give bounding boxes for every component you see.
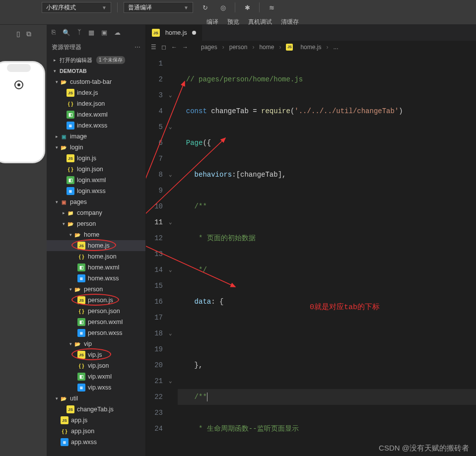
file-app-js[interactable]: JSapp.js [47,415,145,426]
code-content[interactable]: // pages/person/home/home.js const chang… [178,54,476,456]
folder-vip[interactable]: ▾📂vip [47,338,145,349]
unsaved-badge: 1 个未保存 [96,56,125,64]
folder-person-sub[interactable]: ▾📂person [47,284,145,295]
file-changetab-js[interactable]: JSchangeTab.js [47,404,145,415]
file-vip-json[interactable]: { }vip.json [47,360,145,371]
file-person-wxml[interactable]: ◧person.wxml [47,317,145,327]
file-home-wxml[interactable]: ◧home.wxml [47,262,145,273]
code-area[interactable]: 12345678 910111213141516 171819202122232… [146,54,476,456]
record-icon[interactable] [14,80,23,89]
file-person-js[interactable]: JSperson.js [47,295,145,306]
file-login-wxss[interactable]: ⧆login.wxss [47,186,145,196]
project-section[interactable]: ▾DEMOTAB [47,65,145,76]
file-index-json[interactable]: { }index.json [47,98,145,109]
file-index-js[interactable]: JSindex.js [47,87,145,98]
file-person-wxss[interactable]: ⧆person.wxss [47,327,145,338]
divider [117,2,118,12]
files-icon[interactable]: ⎘ [52,29,56,36]
file-person-json[interactable]: { }person.json [47,306,145,317]
file-index-wxss[interactable]: ⧆index.wxss [47,120,145,131]
folder-util[interactable]: ▾📂util [47,393,145,404]
layers-icon[interactable]: ≋ [266,2,277,13]
file-index-wxml[interactable]: ◧index.wxml [47,109,145,120]
bookmark-icon[interactable]: ◻ [161,44,166,51]
folder-image[interactable]: ▸▣image [47,131,145,142]
explorer-title: 资源管理器⋯ [47,40,145,55]
compile-mode-select[interactable]: 普通编译▼ [124,2,193,13]
file-vip-js[interactable]: JSvip.js [47,349,145,360]
file-login-js[interactable]: JSlogin.js [47,153,145,164]
explorer-sidebar: ⎘ 🔍 ᛉ ▦ ▣ ☁ 资源管理器⋯ ▸打开的编辑器 1 个未保存 ▾DEMOT… [47,25,146,456]
unsaved-dot-icon [192,31,196,35]
grid-icon[interactable]: ▦ [88,29,94,36]
list-icon[interactable]: ☰ [151,44,156,51]
file-app-wxss[interactable]: ⧆app.wxss [47,437,145,448]
folder-login[interactable]: ▾📂login [47,142,145,153]
branch-icon[interactable]: ᛉ [77,29,81,36]
back-icon[interactable]: ← [171,44,177,51]
phone-icon[interactable]: ▯ [16,30,20,38]
simulator-frame [0,63,44,162]
simulator-dock: ▯ ⧉ [0,25,47,456]
folder-company[interactable]: ▸📁company [47,207,145,218]
line-gutter: 12345678 910111213141516 171819202122232… [146,54,169,456]
file-home-wxss[interactable]: ⧆home.wxss [47,273,145,284]
folder-pages[interactable]: ▾▣pages [47,196,145,207]
tab-home-js[interactable]: JS home.js [146,25,203,41]
refresh-icon[interactable]: ↻ [199,2,211,13]
fold-gutter[interactable]: ⌄⌄⌄ ⌄⌄ ⌄⌄ [169,54,178,456]
file-login-wxml[interactable]: ◧login.wxml [47,175,145,186]
file-home-js[interactable]: JShome.js [47,240,145,251]
divider [235,2,235,12]
file-tree: ▾📂custom-tab-bar JSindex.js { }index.jso… [47,76,145,456]
top-toolbar: 小程序模式▼ 普通编译▼ ↻ ◎ ✱ ≋ 编译 预览 真机调试 清缓存 [0,0,476,25]
file-login-json[interactable]: { }login.json [47,164,145,175]
folder-home[interactable]: ▾📂home [47,229,145,240]
file-home-json[interactable]: { }home.json [47,251,145,262]
box-icon[interactable]: ▣ [101,29,107,36]
editor-tabs: JS home.js [146,25,476,41]
divider [259,2,260,12]
file-vip-wxml[interactable]: ◧vip.wxml [47,371,145,382]
js-icon: JS [152,29,160,37]
cloud-icon[interactable]: ☁ [114,29,121,36]
open-editors-section[interactable]: ▸打开的编辑器 1 个未保存 [47,55,145,65]
eye-icon[interactable]: ◎ [217,2,229,13]
file-vip-wxss[interactable]: ⧆vip.wxss [47,382,145,393]
tab-label: home.js [165,29,187,36]
folder-custom-tab-bar[interactable]: ▾📂custom-tab-bar [47,76,145,87]
tablet-icon[interactable]: ⧉ [26,30,31,38]
bug-icon[interactable]: ✱ [241,2,253,13]
forward-icon[interactable]: → [182,44,188,51]
search-icon[interactable]: 🔍 [63,29,70,36]
editor-pane: JS home.js ☰ ◻ ← → pages› person› home› … [146,25,476,456]
file-app-json[interactable]: { }app.json [47,426,145,437]
folder-person[interactable]: ▾📂person [47,218,145,229]
mode-select[interactable]: 小程序模式▼ [42,2,111,13]
js-icon: JS [286,44,293,51]
breadcrumb: ☰ ◻ ← → pages› person› home› JS home.js›… [146,41,476,54]
